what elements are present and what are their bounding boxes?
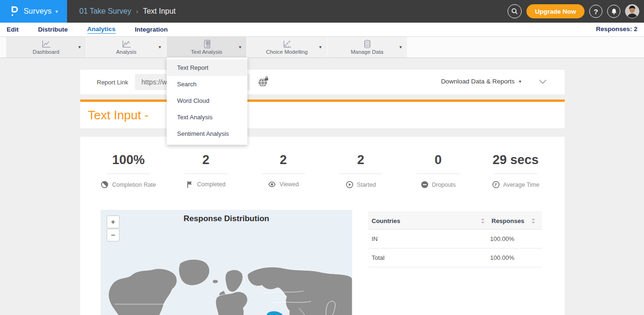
chevron-down-icon: ▾ xyxy=(55,8,58,15)
geo-section: Response Distribution + − xyxy=(80,210,565,315)
topbar: Surveys ▾ 01 Take Survey › Text Input Up… xyxy=(0,0,644,23)
eye-icon xyxy=(268,181,276,188)
stat-dropouts: 0 Dropouts xyxy=(399,153,477,189)
chevron-down-icon: ▾ xyxy=(239,44,241,50)
collapse-chevron-icon[interactable] xyxy=(539,79,547,84)
response-distribution-map[interactable]: Response Distribution + − xyxy=(101,210,352,315)
responses-count: Responses: 2 xyxy=(596,25,637,33)
question-mark-icon: ? xyxy=(593,8,598,16)
report-link-bar: Report Link https://ww Download Data & R… xyxy=(80,70,565,94)
chevron-down-icon: ▾ xyxy=(159,44,161,50)
subnav-item-integration[interactable]: Integration xyxy=(135,26,168,33)
sort-icon[interactable] xyxy=(481,218,485,224)
menu-item-search[interactable]: Search xyxy=(167,76,247,92)
map-title: Response Distribution xyxy=(101,210,352,224)
table-row: IN 100.00% xyxy=(368,230,542,249)
tab-analysis[interactable]: Analysis ▾ xyxy=(86,37,166,58)
upgrade-now-button[interactable]: Upgrade Now xyxy=(526,4,585,18)
play-circle-icon xyxy=(346,181,354,189)
tab-manage-data[interactable]: Manage Data ▾ xyxy=(327,37,407,58)
menu-item-text-analysis[interactable]: Text Analysis xyxy=(167,109,247,125)
sort-icon[interactable] xyxy=(531,218,535,224)
analysis-chart-icon xyxy=(121,40,132,49)
notifications-button[interactable] xyxy=(607,5,620,18)
breadcrumb-separator: › xyxy=(136,8,138,15)
country-responses: 100.00% xyxy=(490,235,542,242)
table-row: Total 100.00% xyxy=(368,249,542,267)
stats-row: 100% Completion Rate 2 xyxy=(80,137,565,189)
clock-icon xyxy=(492,181,500,189)
breadcrumb: 01 Take Survey › Text Input xyxy=(79,0,176,23)
stat-completed: 2 Completed xyxy=(167,153,245,189)
subnav-item-distribute[interactable]: Distribute xyxy=(38,26,68,33)
surveys-menu-button[interactable]: Surveys ▾ xyxy=(0,0,67,23)
download-data-reports-dropdown[interactable]: Download Data & Reports ▾ xyxy=(441,78,521,85)
stat-completion-rate: 100% Completion Rate xyxy=(90,153,167,189)
analytics-toolbar: Dashboard ▾ Analysis ▾ Text Analysis ▾ xyxy=(0,37,644,58)
dashboard-chart-icon xyxy=(41,40,52,49)
avatar[interactable] xyxy=(625,4,639,18)
country-code: IN xyxy=(368,235,490,242)
tab-text-analysis[interactable]: Text Analysis ▾ xyxy=(167,37,246,58)
completion-rate-icon xyxy=(101,181,109,189)
search-icon xyxy=(511,8,518,15)
brand-label: Surveys xyxy=(24,7,51,16)
main-content: Report Link https://ww Download Data & R… xyxy=(0,70,644,315)
chevron-down-icon: ▾ xyxy=(519,79,521,84)
minus-circle-icon xyxy=(421,181,429,189)
country-responses: 100.00% xyxy=(490,254,542,261)
tab-dashboard[interactable]: Dashboard ▾ xyxy=(6,37,86,58)
page-title: Text Input - xyxy=(88,108,149,123)
bell-icon xyxy=(610,8,618,15)
text-analysis-dropdown-menu: Text Report Search Word Cloud Text Analy… xyxy=(167,58,247,145)
question-title-card: Text Input - xyxy=(80,102,565,128)
country-code: Total xyxy=(368,254,490,261)
breadcrumb-survey-link[interactable]: 01 Take Survey xyxy=(79,7,131,16)
menu-item-text-report[interactable]: Text Report xyxy=(167,59,247,76)
stat-started: 2 Started xyxy=(322,153,399,189)
search-button[interactable] xyxy=(508,4,522,18)
menu-item-sentiment-analysis[interactable]: Sentiment Analysis xyxy=(167,125,247,142)
dashboard-panel: 100% Completion Rate 2 xyxy=(80,137,565,315)
report-link-label: Report Link xyxy=(97,79,128,86)
globe-lock-icon[interactable] xyxy=(258,76,269,88)
stat-average-time: 29 secs Average Time xyxy=(477,153,554,189)
stat-viewed: 2 Viewed xyxy=(245,153,322,189)
menu-item-word-cloud[interactable]: Word Cloud xyxy=(167,92,247,109)
questionpro-logo-icon xyxy=(9,5,19,17)
map-country-india[interactable] xyxy=(265,311,285,315)
countries-table-header: Countries Responses xyxy=(368,212,542,230)
subnav-item-analytics[interactable]: Analytics xyxy=(87,25,116,34)
breadcrumb-page: Text Input xyxy=(143,7,176,16)
text-report-icon xyxy=(201,40,212,49)
help-button[interactable]: ? xyxy=(589,5,602,18)
avatar-photo xyxy=(626,5,639,18)
chevron-down-icon: ▾ xyxy=(319,44,322,50)
countries-table: Countries Responses IN 100.00% Total 100… xyxy=(368,212,542,267)
chevron-down-icon: ▾ xyxy=(399,44,402,50)
column-header-countries[interactable]: Countries xyxy=(368,217,481,224)
column-header-responses[interactable]: Responses xyxy=(491,217,531,224)
map-zoom-in-button[interactable]: + xyxy=(107,216,119,228)
world-map[interactable] xyxy=(101,227,352,315)
flag-icon xyxy=(186,181,194,188)
choice-modelling-icon xyxy=(281,40,293,49)
chevron-down-icon: ▾ xyxy=(78,44,81,50)
survey-subnav: Edit Distribute Analytics Integration Re… xyxy=(0,23,644,37)
database-icon xyxy=(362,40,373,49)
tab-choice-modelling[interactable]: Choice Modelling ▾ xyxy=(247,37,327,58)
subnav-item-edit[interactable]: Edit xyxy=(7,26,19,33)
